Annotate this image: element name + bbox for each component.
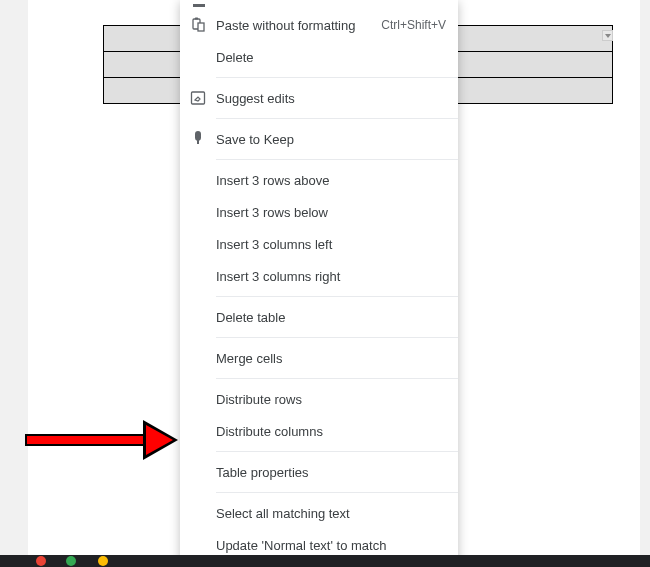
menu-item-select-matching-text[interactable]: Select all matching text [180,497,458,529]
menu-divider [216,77,458,78]
menu-label: Insert 3 columns right [216,269,446,284]
menu-label: Distribute rows [216,392,446,407]
menu-item-delete-table[interactable]: Delete table [180,301,458,333]
suggest-icon [180,90,216,106]
menu-label: Insert 3 columns left [216,237,446,252]
menu-label: Delete table [216,310,446,325]
menu-item-merge-cells[interactable]: Merge cells [180,342,458,374]
taskbar [0,555,650,567]
menu-item-distribute-columns[interactable]: Distribute columns [180,415,458,447]
menu-label: Insert 3 rows below [216,205,446,220]
menu-truncated-indicator [193,4,205,7]
menu-divider [216,492,458,493]
menu-item-insert-rows-above[interactable]: Insert 3 rows above [180,164,458,196]
svg-rect-3 [192,92,205,104]
menu-label: Save to Keep [216,132,446,147]
menu-item-delete[interactable]: Delete [180,41,458,73]
menu-label: Insert 3 rows above [216,173,446,188]
menu-label: Delete [216,50,446,65]
table-cell-dropdown[interactable] [602,30,613,41]
menu-label: Merge cells [216,351,446,366]
annotation-arrow [25,420,180,460]
keep-icon [180,131,216,147]
menu-item-distribute-rows[interactable]: Distribute rows [180,383,458,415]
context-menu: Paste without formatting Ctrl+Shift+V De… [180,0,458,567]
menu-item-paste-without-formatting[interactable]: Paste without formatting Ctrl+Shift+V [180,9,458,41]
menu-divider [216,451,458,452]
menu-label: Paste without formatting [216,18,381,33]
menu-label: Update 'Normal text' to match [216,538,446,553]
menu-item-suggest-edits[interactable]: Suggest edits [180,82,458,114]
menu-item-insert-rows-below[interactable]: Insert 3 rows below [180,196,458,228]
menu-item-insert-columns-left[interactable]: Insert 3 columns left [180,228,458,260]
menu-divider [216,296,458,297]
menu-divider [216,159,458,160]
menu-shortcut: Ctrl+Shift+V [381,18,446,32]
menu-label: Distribute columns [216,424,446,439]
svg-rect-2 [198,23,204,31]
menu-divider [216,118,458,119]
svg-rect-1 [195,18,198,20]
menu-divider [216,378,458,379]
menu-item-save-to-keep[interactable]: Save to Keep [180,123,458,155]
menu-item-insert-columns-right[interactable]: Insert 3 columns right [180,260,458,292]
menu-label: Suggest edits [216,91,446,106]
menu-label: Select all matching text [216,506,446,521]
menu-item-table-properties[interactable]: Table properties [180,456,458,488]
menu-label: Table properties [216,465,446,480]
paste-icon [180,17,216,33]
menu-divider [216,337,458,338]
